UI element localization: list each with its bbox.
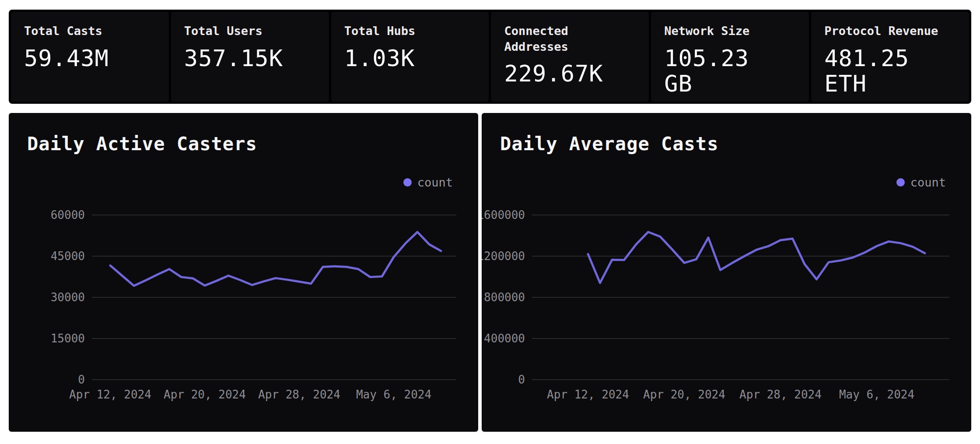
charts-row: Daily Active Casters count 0150003000045… [9,113,971,432]
stat-label: Total Hubs [344,23,476,39]
stat-unit: ETH [824,71,956,96]
svg-text:Apr 20, 2024: Apr 20, 2024 [164,388,246,401]
stat-value-text: 481.25 [824,45,909,71]
svg-text:15000: 15000 [51,332,85,345]
svg-text:Apr 20, 2024: Apr 20, 2024 [643,388,725,401]
stat-label: Connected Addresses [504,23,636,54]
svg-text:0: 0 [518,373,525,386]
stat-label: Total Users [184,23,316,39]
svg-text:Apr 12, 2024: Apr 12, 2024 [547,388,629,401]
stat-value-text: 59.43M [24,45,109,71]
svg-text:Apr 28, 2024: Apr 28, 2024 [258,388,340,401]
svg-text:May 6, 2024: May 6, 2024 [356,388,431,401]
stat-card-connected-addresses: Connected Addresses 229.67K [491,12,649,102]
svg-text:800000: 800000 [484,291,525,304]
stat-label: Protocol Revenue [824,23,956,39]
stat-label: Total Casts [24,23,156,39]
stat-unit: GB [664,71,796,96]
line-chart: 040000080000012000001600000Apr 12, 2024A… [482,113,971,432]
analytics-dashboard: Total Casts 59.43M Total Users 357.15K T… [0,0,980,444]
stat-card-total-hubs: Total Hubs 1.03K [331,12,489,102]
stat-value: 357.15K [184,46,316,71]
svg-text:0: 0 [78,373,85,386]
stat-card-network-size: Network Size 105.23GB [651,12,809,102]
svg-text:Apr 28, 2024: Apr 28, 2024 [739,388,822,401]
svg-text:30000: 30000 [51,291,85,304]
chart-panel-daily-average-casts: Daily Average Casts count 04000008000001… [482,113,971,432]
stat-value: 59.43M [24,46,156,71]
stat-label: Network Size [664,23,796,39]
stats-bar: Total Casts 59.43M Total Users 357.15K T… [9,10,971,104]
stat-value: 105.23GB [664,46,796,96]
stat-value: 481.25ETH [824,46,956,96]
stat-value: 229.67K [504,61,636,86]
chart-panel-daily-active-casters: Daily Active Casters count 0150003000045… [9,113,478,432]
line-chart: 015000300004500060000Apr 12, 2024Apr 20,… [9,113,478,432]
stat-value-text: 105.23 [664,45,749,71]
stat-value-text: 1.03K [344,45,415,71]
svg-text:1600000: 1600000 [482,208,525,222]
stat-value-text: 229.67K [504,60,603,87]
stat-card-total-casts: Total Casts 59.43M [11,12,169,102]
stat-value-text: 357.15K [184,45,283,71]
svg-text:400000: 400000 [484,332,525,345]
stat-card-protocol-revenue: Protocol Revenue 481.25ETH [811,12,969,102]
svg-text:Apr 12, 2024: Apr 12, 2024 [69,388,151,401]
svg-text:45000: 45000 [51,250,85,263]
svg-text:1200000: 1200000 [482,250,525,263]
svg-text:60000: 60000 [51,208,85,222]
stat-value: 1.03K [344,46,476,71]
svg-text:May 6, 2024: May 6, 2024 [839,388,914,401]
stat-card-total-users: Total Users 357.15K [171,12,329,102]
